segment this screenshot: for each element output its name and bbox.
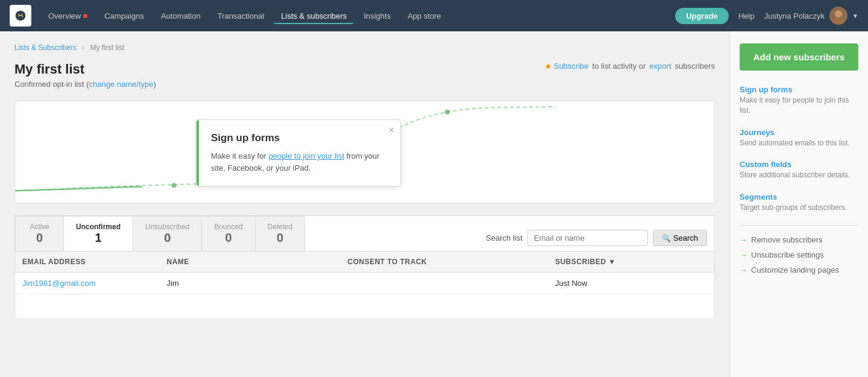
change-name-type-link[interactable]: change name/type	[89, 80, 154, 89]
cell-consent	[341, 273, 548, 294]
user-dropdown-icon[interactable]: ▼	[852, 13, 858, 19]
subscribers-table: Email Address Name Consent to Track Subs…	[14, 251, 715, 318]
breadcrumb-separator: ›	[82, 43, 84, 52]
sidebar-segments: Segments Target sub-groups of subscriber…	[740, 192, 858, 213]
nav-item-campaigns[interactable]: Campaigns	[97, 8, 151, 24]
arrow-icon-remove: →	[740, 235, 747, 244]
col-name: Name	[160, 252, 341, 273]
popup-body: Make it easy for people to join your lis…	[211, 150, 386, 174]
rss-icon: ■	[546, 62, 550, 71]
popup-title: Sign up forms	[211, 132, 386, 144]
cell-name: Jim	[160, 273, 341, 294]
svg-point-7	[445, 110, 450, 115]
subscribe-link[interactable]: Subscribe	[554, 62, 589, 71]
tabs-row: Active 0 Unconfirmed 1 Unsubscribed 0 Bo…	[15, 216, 305, 251]
sidebar-desc-custom-fields: Store additional subscriber details.	[740, 170, 858, 180]
tab-deleted[interactable]: Deleted 0	[255, 216, 305, 251]
svg-point-2	[835, 10, 842, 17]
page-title: My first list	[14, 62, 156, 77]
breadcrumb-current: My first list	[90, 43, 124, 52]
breadcrumb: Lists & Subscribers › My first list	[14, 43, 715, 52]
tab-bounced[interactable]: Bounced 0	[201, 216, 254, 251]
sidebar-divider	[740, 225, 858, 226]
sidebar-desc-journeys: Send automated emails to this list.	[740, 138, 858, 148]
col-consent: Consent to Track	[341, 252, 548, 273]
sidebar-link-segments[interactable]: Segments	[740, 192, 858, 201]
tab-active[interactable]: Active 0	[15, 216, 63, 251]
signup-forms-popup: × Sign up forms Make it easy for people …	[196, 119, 401, 186]
popup-join-list-link[interactable]: people to join your list	[268, 151, 344, 160]
search-row: Search list 🔍 Search	[486, 225, 707, 251]
top-navigation: Overview Campaigns Automation Transactio…	[0, 0, 868, 31]
arrow-icon-unsubscribe: →	[740, 250, 747, 259]
sidebar-link-custom-fields[interactable]: Custom fields	[740, 160, 858, 169]
sidebar-action-unsubscribe[interactable]: → Unsubscribe settings	[740, 250, 858, 259]
sidebar-desc-segments: Target sub-groups of subscribers.	[740, 203, 858, 213]
help-link[interactable]: Help	[738, 11, 755, 21]
tab-unsubscribed[interactable]: Unsubscribed 0	[133, 216, 201, 251]
page-wrapper: Lists & Subscribers › My first list My f…	[0, 31, 868, 377]
nav-item-transactional[interactable]: Transactional	[210, 8, 272, 24]
page-header: My first list Confirmed opt-in list (cha…	[14, 62, 715, 89]
search-label: Search list	[486, 233, 523, 242]
col-email: Email Address	[15, 252, 160, 273]
user-menu[interactable]: Justyna Polaczyk ▼	[764, 7, 858, 25]
nav-item-lists[interactable]: Lists & subscribers	[274, 8, 354, 24]
page-title-section: My first list Confirmed opt-in list (cha…	[14, 62, 156, 89]
header-meta: ■ Subscribe to list activity or export s…	[546, 62, 715, 71]
svg-point-1	[22, 14, 23, 15]
email-link[interactable]: Jim1981@gmail.com	[22, 279, 96, 288]
col-subscribed[interactable]: Subscribed ▼	[548, 252, 715, 273]
sidebar-signup-forms: Sign up forms Make it easy for people to…	[740, 85, 858, 116]
logo	[10, 5, 31, 27]
overview-dot	[83, 14, 87, 18]
nav-item-appstore[interactable]: App store	[400, 8, 448, 24]
sidebar-journeys: Journeys Send automated emails to this l…	[740, 128, 858, 148]
tab-unconfirmed[interactable]: Unconfirmed 1	[63, 216, 133, 251]
table-row: Jim1981@gmail.com Jim Just Now	[15, 273, 715, 294]
sidebar: Add new subscribers Sign up forms Make i…	[729, 31, 868, 377]
svg-point-4	[171, 183, 176, 188]
upgrade-button[interactable]: Upgrade	[675, 8, 729, 24]
breadcrumb-parent[interactable]: Lists & Subscribers	[14, 43, 77, 52]
sidebar-custom-fields: Custom fields Store additional subscribe…	[740, 160, 858, 180]
subscribers-section: Active 0 Unconfirmed 1 Unsubscribed 0 Bo…	[14, 215, 715, 318]
cell-subscribed: Just Now	[548, 273, 715, 294]
table-row-empty	[15, 294, 715, 318]
popup-stripe	[197, 120, 199, 186]
sidebar-desc-signup-forms: Make it easy for people to join this lis…	[740, 95, 858, 116]
sidebar-link-journeys[interactable]: Journeys	[740, 128, 858, 137]
add-subscribers-button[interactable]: Add new subscribers	[740, 43, 858, 71]
sidebar-link-signup-forms[interactable]: Sign up forms	[740, 85, 858, 94]
nav-item-insights[interactable]: Insights	[356, 8, 398, 24]
page-subtitle: Confirmed opt-in list (change name/type)	[14, 80, 156, 89]
svg-point-0	[18, 14, 19, 15]
cell-email: Jim1981@gmail.com	[15, 273, 160, 294]
search-icon: 🔍	[662, 234, 671, 242]
svg-point-3	[832, 18, 844, 25]
popup-close-button[interactable]: ×	[389, 125, 394, 136]
chart-area: × Sign up forms Make it easy for people …	[14, 101, 715, 203]
search-button[interactable]: 🔍 Search	[653, 230, 707, 246]
sidebar-action-remove[interactable]: → Remove subscribers	[740, 235, 858, 244]
search-input[interactable]	[527, 230, 648, 246]
nav-item-automation[interactable]: Automation	[154, 8, 208, 24]
main-content: Lists & Subscribers › My first list My f…	[0, 31, 729, 377]
avatar	[829, 7, 848, 25]
sidebar-action-customize[interactable]: → Customize landing pages	[740, 265, 858, 274]
export-link[interactable]: export	[649, 62, 671, 71]
nav-item-overview[interactable]: Overview	[41, 8, 95, 24]
arrow-icon-customize: →	[740, 265, 747, 274]
user-name: Justyna Polaczyk	[764, 11, 825, 21]
